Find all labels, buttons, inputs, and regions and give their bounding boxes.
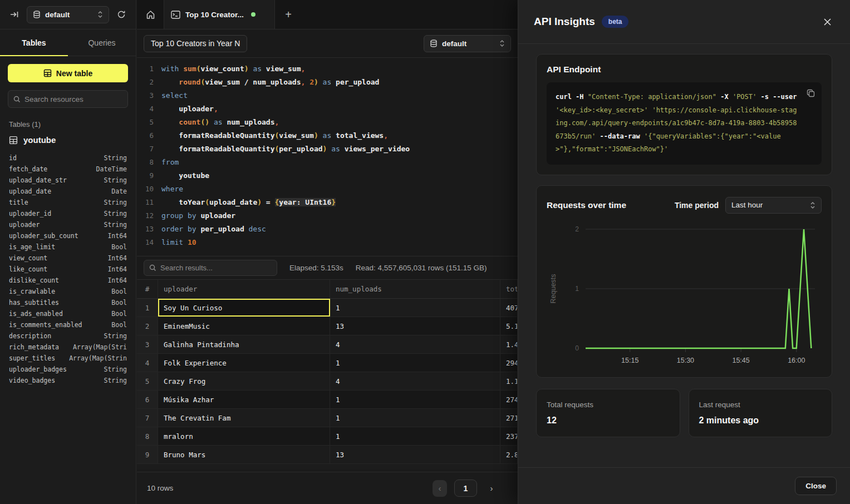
- table-cell[interactable]: 4: [330, 372, 500, 390]
- query-tab[interactable]: Top 10 Creator...: [164, 0, 275, 29]
- table-cell[interactable]: 294: [500, 354, 518, 372]
- table-cell[interactable]: 274: [500, 391, 518, 408]
- next-page-button[interactable]: ›: [484, 480, 499, 497]
- code-line: 6 formatReadableQuantity(view_sum) as to…: [137, 129, 518, 142]
- column-name: is_age_limit: [9, 243, 55, 251]
- results-footer: 10 rows ‹ 1 ›: [137, 472, 518, 504]
- column-name: uploader_badges: [9, 365, 67, 373]
- copy-icon[interactable]: [807, 89, 815, 97]
- table-row[interactable]: 3Galinha Pintadinha41.4: [137, 335, 518, 354]
- home-button[interactable]: [137, 0, 164, 29]
- row-number[interactable]: 9: [137, 446, 158, 463]
- row-number[interactable]: 3: [137, 335, 158, 353]
- search-results-input[interactable]: [160, 264, 272, 272]
- close-icon[interactable]: [820, 14, 834, 29]
- sql-editor[interactable]: 1with sum(view_count) as view_sum,2 roun…: [137, 58, 518, 256]
- table-cell[interactable]: 1: [330, 299, 500, 317]
- table-cell[interactable]: 13: [330, 317, 500, 335]
- current-page[interactable]: 1: [454, 480, 477, 497]
- sidebar-table-youtube[interactable]: youtube: [9, 135, 127, 145]
- table-cell[interactable]: 1: [330, 427, 500, 445]
- table-cell[interactable]: Galinha Pintadinha: [158, 335, 330, 353]
- row-number[interactable]: 5: [137, 372, 158, 390]
- column-row: video_badgesString: [9, 375, 127, 386]
- beta-badge: beta: [602, 16, 629, 28]
- table-cell[interactable]: 1: [330, 354, 500, 372]
- column-type: String: [104, 377, 127, 384]
- table-cell[interactable]: 1: [330, 391, 500, 408]
- row-number[interactable]: 7: [137, 409, 158, 427]
- table-row[interactable]: 5Crazy Frog41.1: [137, 372, 518, 391]
- time-period-select[interactable]: Last hour: [725, 197, 822, 214]
- stats-row: Total requests 12 Last request 2 minutes…: [536, 389, 832, 437]
- refresh-icon[interactable]: [114, 7, 129, 22]
- table-cell[interactable]: Bruno Mars: [158, 446, 330, 463]
- column-row: rich_metadataArray(Map(Stri: [9, 342, 127, 353]
- table-cell[interactable]: 2.8: [500, 446, 518, 463]
- insights-footer: Close: [518, 467, 850, 504]
- close-button[interactable]: Close: [795, 477, 837, 495]
- table-cell[interactable]: 4: [330, 335, 500, 353]
- editor-database-selector[interactable]: default: [424, 35, 511, 52]
- column-row: uploaderString: [9, 219, 127, 230]
- column-name: like_count: [9, 265, 47, 273]
- column-type: Bool: [111, 288, 127, 295]
- column-type: Int64: [107, 254, 127, 262]
- table-cell[interactable]: EminemMusic: [158, 317, 330, 335]
- collapse-sidebar-icon[interactable]: [7, 7, 22, 22]
- tab-tables[interactable]: Tables: [0, 29, 68, 56]
- table-row[interactable]: 9Bruno Mars132.8: [137, 446, 518, 464]
- previous-page-button[interactable]: ‹: [433, 480, 447, 497]
- table-cell[interactable]: Crazy Frog: [158, 372, 330, 390]
- table-row[interactable]: 1Soy Un Curioso1407: [137, 299, 518, 317]
- table-cell[interactable]: mralorn: [158, 427, 330, 445]
- table-cell[interactable]: 13: [330, 446, 500, 463]
- search-resources-input[interactable]: [24, 95, 123, 103]
- table-cell[interactable]: Músika Azhar: [158, 391, 330, 408]
- table-cell[interactable]: 1: [330, 409, 500, 427]
- table-cell[interactable]: 237: [500, 427, 518, 445]
- column-type: Bool: [111, 310, 127, 318]
- pagination: ‹ 1 ›: [433, 480, 499, 497]
- new-tab-button[interactable]: +: [275, 0, 302, 29]
- table-cell[interactable]: 1.4: [500, 335, 518, 353]
- table-cell[interactable]: 271: [500, 409, 518, 427]
- table-cell[interactable]: The Crevatin Fam: [158, 409, 330, 427]
- row-number[interactable]: 1: [137, 299, 158, 317]
- column-type: String: [104, 154, 127, 162]
- table-row[interactable]: 2EminemMusic135.1: [137, 317, 518, 335]
- table-cell[interactable]: 1.1: [500, 372, 518, 390]
- line-number: 10: [137, 185, 154, 193]
- tab-bar: Top 10 Creator... +: [137, 0, 518, 29]
- new-table-button[interactable]: New table: [8, 64, 128, 82]
- code-line: 4 uploader,: [137, 102, 518, 115]
- line-number: 2: [137, 78, 154, 86]
- column-type: String: [104, 332, 127, 340]
- code-line: 12group by uploader: [137, 209, 518, 222]
- row-number[interactable]: 6: [137, 391, 158, 408]
- table-cell[interactable]: Folk Experience: [158, 354, 330, 372]
- row-number[interactable]: 4: [137, 354, 158, 372]
- svg-text:15:15: 15:15: [621, 357, 638, 364]
- row-number[interactable]: 2: [137, 317, 158, 335]
- database-selector[interactable]: default: [27, 6, 109, 23]
- requests-chart: 01215:1515:3015:4516:00Requests: [537, 214, 832, 377]
- table-row[interactable]: 4Folk Experience1294: [137, 354, 518, 372]
- table-row[interactable]: 7The Crevatin Fam1271: [137, 409, 518, 427]
- column-name: title: [9, 199, 28, 206]
- table-cell[interactable]: 5.1: [500, 317, 518, 335]
- code-line: 5 count() as num_uploads,: [137, 115, 518, 129]
- query-toolbar: Top 10 Creators in Year N default: [137, 29, 518, 58]
- results-table-body: 1Soy Un Curioso14072EminemMusic135.13Gal…: [137, 299, 518, 464]
- code-line: 3select: [137, 88, 518, 102]
- main-area: Top 10 Creator... + Top 10 Creators in Y…: [137, 0, 518, 504]
- table-row[interactable]: 6Músika Azhar1274: [137, 391, 518, 409]
- last-request-value: 2 minutes ago: [699, 416, 822, 426]
- table-cell[interactable]: Soy Un Curioso: [158, 299, 330, 317]
- code-line: 13order by per_upload desc: [137, 222, 518, 235]
- row-number[interactable]: 8: [137, 427, 158, 445]
- table-row[interactable]: 8mralorn1237: [137, 427, 518, 446]
- query-name-input[interactable]: Top 10 Creators in Year N: [144, 35, 247, 52]
- tab-queries[interactable]: Queries: [68, 29, 136, 56]
- table-cell[interactable]: 407: [500, 299, 518, 317]
